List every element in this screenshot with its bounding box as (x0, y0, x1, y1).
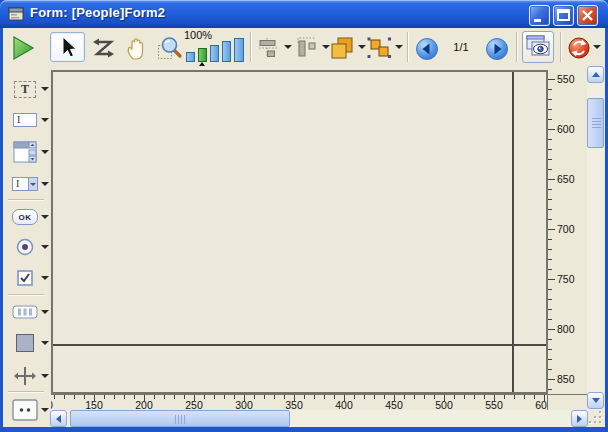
ruler-label: 750 (557, 273, 575, 286)
align-icon (256, 35, 282, 61)
radio-button-tool[interactable] (4, 234, 49, 260)
ruler-tick (114, 395, 115, 399)
rectangle-dropdown-arrow[interactable] (41, 341, 49, 345)
ruler-label: 650 (557, 173, 575, 186)
ruler-tick (274, 395, 275, 399)
input-tool-dropdown-arrow[interactable] (41, 118, 49, 122)
scroll-down-button[interactable] (587, 392, 604, 409)
checkbox-tool[interactable] (4, 265, 49, 291)
ruler-tick (464, 395, 465, 399)
align-dropdown-arrow[interactable] (284, 45, 292, 49)
text-icon: T (10, 76, 40, 102)
ruler-tick (414, 395, 415, 399)
ruler-tick (174, 395, 175, 399)
group-icon (365, 35, 393, 61)
selection-tool[interactable] (50, 32, 85, 62)
zoom-current-marker (199, 62, 205, 66)
input-tool[interactable]: I (4, 107, 49, 133)
ruler-tick (314, 395, 315, 399)
button-grid-dropdown-arrow[interactable] (41, 310, 49, 314)
thumb-grip (592, 118, 601, 128)
ruler-label: 700 (557, 223, 575, 236)
ruler-tick (548, 79, 555, 80)
zoom-bar-5[interactable] (234, 38, 244, 62)
zoom-bar-current[interactable] (198, 48, 207, 62)
vertical-scrollbar-thumb[interactable] (587, 98, 604, 148)
checkbox-dropdown-arrow[interactable] (41, 276, 49, 280)
ruler-tick (548, 339, 552, 340)
magnifier-icon (156, 35, 183, 62)
list-box-dropdown-arrow[interactable] (41, 150, 49, 154)
button-tool[interactable]: OK (4, 204, 49, 230)
button-tool-dropdown-arrow[interactable] (41, 215, 49, 219)
text-tool[interactable]: T (4, 76, 49, 102)
close-button[interactable] (577, 5, 598, 26)
horizontal-scrollbar[interactable] (50, 410, 588, 427)
splitter-dropdown-arrow[interactable] (41, 374, 49, 378)
plugin-area-tool[interactable] (4, 397, 49, 423)
checkbox-icon (10, 265, 40, 291)
distribute-tool[interactable] (293, 35, 321, 61)
form-boundary-horizontal-line[interactable] (53, 344, 546, 346)
ruler-label: 600 (557, 123, 575, 136)
ruler-tick (548, 309, 552, 310)
insert-object-button[interactable] (565, 35, 593, 61)
vertical-scrollbar[interactable] (587, 66, 604, 410)
entry-order-tool[interactable] (89, 35, 117, 61)
radio-button-dropdown-arrow[interactable] (41, 245, 49, 249)
plugin-area-dropdown-arrow[interactable] (41, 408, 49, 412)
ruler-tick (548, 99, 552, 100)
ruler-tick (548, 369, 552, 370)
scroll-right-button[interactable] (571, 410, 588, 427)
zoom-bar-4[interactable] (222, 41, 231, 62)
radio-button-icon (10, 234, 40, 260)
horizontal-scrollbar-thumb[interactable] (70, 410, 290, 427)
ruler-tick (548, 129, 555, 130)
ruler-tick (548, 359, 552, 360)
pan-tool[interactable] (122, 35, 150, 61)
button-grid-tool[interactable] (4, 299, 49, 325)
resize-grip[interactable] (589, 411, 604, 426)
previous-page-button[interactable] (413, 36, 441, 62)
ruler-tick (548, 389, 552, 390)
maximize-icon (554, 6, 573, 25)
v-ruler: 550600650700750800850 (548, 70, 586, 394)
display-options-button[interactable] (522, 31, 554, 63)
next-page-button[interactable] (483, 36, 511, 62)
main-toolbar: 100% (3, 28, 605, 66)
scroll-up-button[interactable] (587, 66, 604, 83)
maximize-button[interactable] (553, 5, 574, 26)
level-tool[interactable] (328, 35, 356, 61)
splitter-tool[interactable] (4, 363, 49, 389)
list-box-tool[interactable] (4, 139, 49, 165)
zoom-bar-1[interactable] (186, 52, 195, 62)
execute-form-button[interactable] (8, 35, 36, 61)
minimize-button[interactable] (529, 5, 550, 26)
list-box-icon (10, 139, 40, 165)
insert-dropdown-arrow[interactable] (593, 45, 601, 49)
titlebar[interactable]: Form: [People]Form2 (0, 0, 608, 28)
combo-box-dropdown-arrow[interactable] (41, 182, 49, 186)
align-tool[interactable] (255, 35, 283, 61)
group-tool[interactable] (365, 35, 393, 61)
ruler-tick (548, 149, 552, 150)
ruler-tick (264, 395, 265, 399)
combo-box-tool[interactable]: I (4, 171, 49, 197)
form-editor-window: Form: [People]Form2 (0, 0, 608, 432)
text-tool-dropdown-arrow[interactable] (41, 87, 49, 91)
ruler-tick (548, 349, 552, 350)
ruler-tick (548, 299, 552, 300)
toolbar-separator (560, 32, 562, 62)
zoom-level-label: 100% (184, 29, 212, 41)
ruler-tick (548, 179, 555, 180)
ruler-tick (74, 395, 75, 399)
ruler-tick (548, 249, 552, 250)
zoom-tool[interactable] (155, 35, 183, 61)
scroll-left-button[interactable] (50, 410, 67, 427)
ruler-tick (164, 395, 165, 399)
rectangle-tool[interactable] (4, 330, 49, 356)
group-dropdown-arrow[interactable] (395, 45, 403, 49)
zoom-bar-3[interactable] (210, 45, 219, 62)
ruler-tick (548, 289, 552, 290)
layers-icon (328, 35, 356, 61)
